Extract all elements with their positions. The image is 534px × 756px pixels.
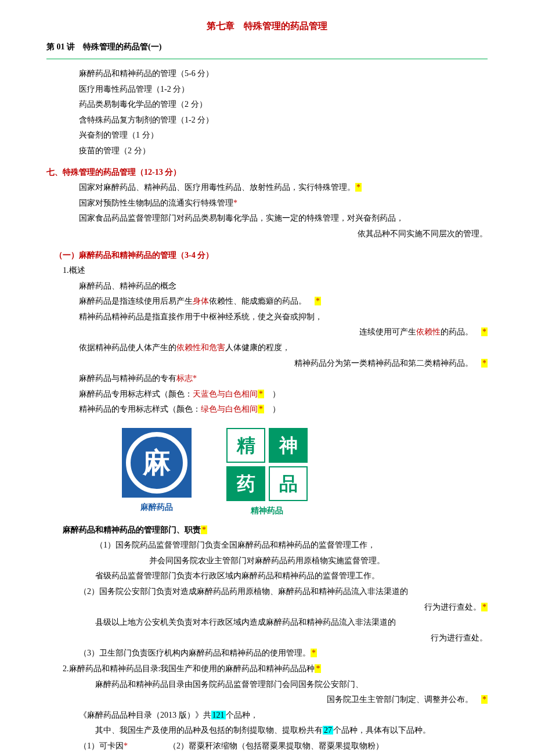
highlight-cyan: 27 xyxy=(323,726,333,735)
highlight-red: 天蓝色与白色相间 xyxy=(193,390,258,398)
body-line: 国家食品药品监督管理部门对药品类易制毒化学品，实施一定的特殊管理，对兴奋剂药品， xyxy=(46,211,488,226)
text: 个品种，具体有以下品种。 xyxy=(333,726,431,735)
text: 的药品。 xyxy=(441,327,481,336)
body-line: （1）可卡因*（2）罂粟秆浓缩物（包括罂粟果提取物、罂粟果提取物粉） xyxy=(46,739,488,754)
body-line: 国家对预防性生物制品的流通实行特殊管理* xyxy=(46,196,488,211)
text: （2）罂粟秆浓缩物（包括罂粟果提取物、罂粟果提取物粉） xyxy=(168,741,384,750)
text: 麻醉药品和精神药品的管理部门、职责 xyxy=(63,525,201,534)
star-mark: * xyxy=(481,603,488,611)
text: （1）可卡因 xyxy=(79,741,124,750)
highlight-cyan: 121 xyxy=(211,711,226,719)
text: 个品种， xyxy=(226,711,258,719)
body-line: 麻醉药品是指连续使用后易产生身体依赖性、能成瘾癖的药品。 * xyxy=(46,294,488,309)
lecture-title: 第 01 讲 特殊管理的药品管(一) xyxy=(46,39,488,55)
star-mark: * xyxy=(315,664,321,673)
body-line: 精神药品精神药品是指直接作用于中枢神经系统，使之兴奋或抑制， xyxy=(46,309,488,325)
text: ） xyxy=(264,390,280,398)
text: ） xyxy=(264,405,280,413)
text: 麻醉药品是指连续使用后易产生 xyxy=(79,297,193,305)
anesthetic-logo-block: 麻 麻醉药品 xyxy=(122,428,192,519)
star-mark: * xyxy=(481,327,488,336)
star-mark: * xyxy=(258,405,264,413)
jing-cell: 品 xyxy=(269,466,308,501)
chapter-title: 第七章 特殊管理的药品管理 xyxy=(46,17,488,35)
text: 人体健康的程度， xyxy=(225,343,290,352)
body-line: （2）国务院公安部门负责对造成麻醉药品药用原植物、麻醉药品和精神药品流入非法渠道… xyxy=(46,584,488,600)
body-line-right: 精神药品分为第一类精神药品和第二类精神药品。 * xyxy=(46,356,488,372)
body-line-center: 并会同国务院农业主管部门对麻醉药品药用原植物实施监督管理。 xyxy=(46,553,488,569)
text: 精神药品的专用标志样式（颜色： xyxy=(79,405,201,413)
intro-line: 含特殊药品复方制剂的管理（1-2 分） xyxy=(46,113,488,128)
subsection-heading: （一）麻醉药品和精神药品的管理（3-4 分） xyxy=(46,248,488,264)
body-line: 其中、我国生产及使用的品种及包括的制剂提取物、提取粉共有27个品种，具体有以下品… xyxy=(46,723,488,739)
text: 依据精神药品使人体产生的 xyxy=(79,343,176,352)
text: 麻醉药品专用标志样式（颜色： xyxy=(79,390,193,398)
text: 国家对麻醉药品、精神药品、医疗用毒性药品、放射性药品，实行特殊管理。 xyxy=(79,183,355,192)
jing-cell: 药 xyxy=(226,466,265,501)
body-line: （3）卫生部门负责医疗机构内麻醉药品和精神药品的使用管理。* xyxy=(46,646,488,661)
star-mark: * xyxy=(315,297,321,305)
star-mark: * xyxy=(124,741,128,750)
body-line: 麻醉药品、精神药品的概念 xyxy=(46,279,488,294)
body-line: 精神药品的专用标志样式（颜色：绿色与白色相间* ） xyxy=(46,402,488,417)
body-line: 2.麻醉药品和精神药品目录:我国生产和使用的麻醉药品和精神药品品种* xyxy=(46,661,488,677)
divider xyxy=(46,59,488,59)
logo-row: 麻 麻醉药品 精 神 药 品 精神药品 xyxy=(46,428,488,519)
star-mark: * xyxy=(201,525,207,534)
body-line: 国家对麻醉药品、精神药品、医疗用毒性药品、放射性药品，实行特殊管理。* xyxy=(46,180,488,196)
body-line: 依据精神药品使人体产生的依赖性和危害人体健康的程度， xyxy=(46,340,488,356)
psychotropic-logo-block: 精 神 药 品 精神药品 xyxy=(226,428,308,519)
star-mark: * xyxy=(481,359,488,368)
body-line: （1）国务院药品监督管理部门负责全国麻醉药品和精神药品的监督管理工作， xyxy=(46,538,488,553)
text: 行为进行查处。 xyxy=(424,603,481,611)
text: 2.麻醉药品和精神药品目录:我国生产和使用的麻醉药品和精神药品品种 xyxy=(63,664,315,673)
highlight-red: 标志 xyxy=(176,374,193,383)
star-mark: * xyxy=(193,374,197,383)
body-line-right: 连续使用可产生依赖性的药品。 * xyxy=(46,325,488,340)
text: 精神药品分为第一类精神药品和第二类精神药品。 xyxy=(294,359,481,368)
text: 连续使用可产生 xyxy=(359,327,416,336)
intro-line: 疫苗的管理（2 分） xyxy=(46,143,488,159)
anesthetic-label: 麻醉药品 xyxy=(122,500,192,516)
body-line: 麻醉药品与精神药品的专有标志* xyxy=(46,371,488,387)
star-mark: * xyxy=(355,183,362,192)
dept-heading: 麻醉药品和精神药品的管理部门、职责* xyxy=(46,523,488,538)
star-mark: * xyxy=(311,649,317,657)
text: 麻醉药品与精神药品的专有 xyxy=(79,374,176,383)
text: （3）卫生部门负责医疗机构内麻醉药品和精神药品的使用管理。 xyxy=(79,649,311,657)
body-line: 《麻醉药品品种目录（2013 版）》共121个品种， xyxy=(46,708,488,723)
star-mark: * xyxy=(258,390,264,398)
star-mark: * xyxy=(233,199,237,207)
highlight-red: 依赖性和危害 xyxy=(176,343,225,352)
body-line: 麻醉药品专用标志样式（颜色：天蓝色与白色相间* ） xyxy=(46,387,488,402)
intro-line: 药品类易制毒化学品的管理（2 分） xyxy=(46,97,488,113)
text: 依赖性、能成瘾癖的药品。 xyxy=(209,297,315,305)
text: 其中、我国生产及使用的品种及包括的制剂提取物、提取粉共有 xyxy=(95,726,323,735)
psychotropic-label: 精神药品 xyxy=(226,503,308,519)
star-mark: * xyxy=(481,695,488,704)
text: 国务院卫生主管部门制定、调整并公布。 xyxy=(327,695,481,704)
intro-line: 医疗用毒性药品管理（1-2 分） xyxy=(46,82,488,98)
intro-line: 兴奋剂的管理（1 分） xyxy=(46,128,488,143)
anesthetic-logo: 麻 xyxy=(122,428,192,498)
section-heading: 七、特殊管理的药品管理（12-13 分） xyxy=(46,165,488,181)
intro-line: 麻醉药品和精神药品的管理（5-6 分） xyxy=(46,66,488,82)
highlight-red: 绿色与白色相间 xyxy=(201,405,258,413)
body-line-right: 行为进行查处。* xyxy=(46,600,488,615)
jing-cell: 神 xyxy=(269,428,308,463)
text: 国家对预防性生物制品的流通实行特殊管理 xyxy=(79,199,233,207)
jing-cell: 精 xyxy=(226,428,265,463)
text: 《麻醉药品品种目录（2013 版）》共 xyxy=(79,711,211,719)
body-line-right: 国务院卫生主管部门制定、调整并公布。 * xyxy=(46,692,488,708)
anesthetic-char: 麻 xyxy=(126,432,187,494)
body-line-right: 依其品种不同实施不同层次的管理。 xyxy=(46,226,488,242)
body-line: 麻醉药品和精神药品目录由国务院药品监督管理部门会同国务院公安部门、 xyxy=(46,677,488,693)
body-line: 省级药品监督管理部门负责本行政区域内麻醉药品和精神药品的监督管理工作。 xyxy=(46,568,488,584)
highlight-red: 依赖性 xyxy=(416,327,441,336)
body-line: 县级以上地方公安机关负责对本行政区域内造成麻醉药品和精神药品流入非法渠道的 xyxy=(46,615,488,631)
body-line-right: 行为进行查处。 xyxy=(46,631,488,646)
highlight-red: 身体 xyxy=(193,297,209,305)
body-line: 1.概述 xyxy=(46,263,488,279)
psychotropic-logo: 精 神 药 品 xyxy=(226,428,308,501)
